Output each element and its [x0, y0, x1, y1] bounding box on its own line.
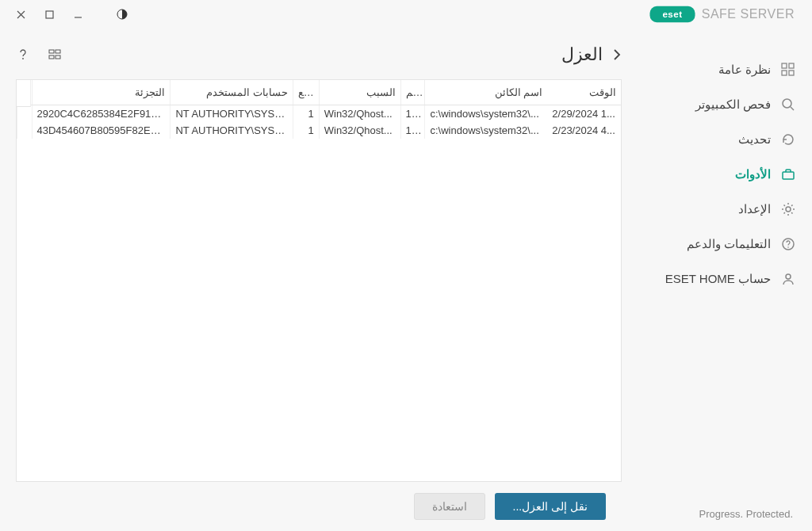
brand: eset SAFE SERVER: [649, 6, 806, 23]
cell-object: c:\windows\system32\...: [425, 122, 547, 139]
col-reason[interactable]: السبب: [319, 80, 400, 105]
svg-rect-11: [783, 172, 794, 179]
col-hash[interactable]: التجزئة: [32, 80, 170, 105]
col-count[interactable]: الع...: [293, 80, 319, 105]
product-name: SAFE SERVER: [702, 7, 795, 21]
svg-text:eset: eset: [662, 9, 682, 19]
cell-size: 1.1 ...: [400, 122, 425, 139]
cell-time: 2/29/2024 1...: [547, 105, 621, 123]
sidebar-item-update[interactable]: تحديث: [638, 122, 812, 157]
sidebar: نظرة عامة فحص الكمبيوتر تحديث: [638, 29, 812, 531]
minimize-icon[interactable]: [71, 8, 84, 21]
svg-rect-17: [56, 50, 60, 53]
sidebar-item-tools[interactable]: الأدوات: [638, 157, 812, 192]
svg-point-20: [22, 58, 24, 59]
cell-hash: 2920C4C6285384E2F91816A...: [32, 105, 170, 123]
user-icon: [780, 271, 796, 287]
close-icon[interactable]: [14, 8, 27, 21]
svg-rect-8: [789, 71, 794, 75]
contrast-icon[interactable]: [116, 8, 128, 21]
cell-reason: Win32/Qhost...: [319, 105, 400, 123]
svg-rect-19: [56, 55, 60, 59]
svg-rect-18: [49, 55, 54, 59]
svg-point-14: [787, 246, 789, 248]
briefcase-icon: [780, 166, 796, 182]
cell-count: 1: [293, 122, 319, 139]
layout-icon[interactable]: [48, 48, 62, 62]
col-time[interactable]: الوقت: [547, 80, 621, 105]
titlebar: eset SAFE SERVER: [0, 0, 812, 29]
eset-logo-icon: eset: [649, 6, 695, 23]
sidebar-item-label: فحص الكمبيوتر: [695, 97, 771, 112]
help-icon: [780, 236, 796, 252]
refresh-icon: [780, 132, 796, 147]
svg-point-12: [786, 207, 791, 212]
question-icon[interactable]: [16, 48, 30, 62]
svg-rect-6: [789, 63, 794, 68]
svg-point-9: [783, 99, 791, 108]
grid-icon: [780, 62, 796, 78]
sidebar-item-label: تحديث: [738, 132, 771, 147]
sidebar-item-label: الأدوات: [735, 167, 771, 181]
cell-user: NT AUTHORITY\SYSTEM: [170, 122, 293, 139]
table-row[interactable]: 43D454607B80595F82E8786... NT AUTHORITY\…: [17, 122, 622, 139]
svg-rect-5: [782, 63, 787, 68]
col-size[interactable]: حجم: [400, 80, 425, 105]
cell-hash: 43D454607B80595F82E8786...: [32, 122, 170, 139]
sidebar-item-label: الإعداد: [738, 202, 771, 216]
svg-rect-16: [49, 50, 54, 53]
sidebar-item-label: حساب ESET HOME: [665, 272, 771, 286]
move-to-quarantine-button[interactable]: نقل إلى العزل...: [495, 493, 606, 520]
cell-object: c:\windows\system32\...: [425, 105, 547, 123]
gear-icon: [780, 201, 796, 217]
sidebar-item-label: نظرة عامة: [718, 63, 771, 77]
search-icon: [780, 97, 796, 113]
sidebar-item-account[interactable]: حساب ESET HOME: [638, 262, 812, 296]
sidebar-item-setup[interactable]: الإعداد: [638, 192, 812, 227]
svg-rect-0: [46, 11, 53, 18]
svg-line-10: [791, 107, 794, 110]
col-object[interactable]: اسم الكائن: [425, 80, 547, 105]
sidebar-item-scan[interactable]: فحص الكمبيوتر: [638, 87, 812, 122]
sidebar-item-label: التعليمات والدعم: [687, 237, 771, 251]
cell-size: 1.1 ...: [400, 105, 425, 123]
cell-count: 1: [293, 105, 319, 123]
restore-button: استعادة: [414, 493, 485, 520]
table-row[interactable]: 2920C4C6285384E2F91816A... NT AUTHORITY\…: [17, 105, 622, 123]
svg-point-15: [786, 274, 791, 279]
col-user[interactable]: حسابات المستخدم: [170, 80, 293, 105]
quarantine-table[interactable]: التجزئة حسابات المستخدم الع... السبب حجم…: [16, 79, 622, 482]
sidebar-item-help[interactable]: التعليمات والدعم: [638, 227, 812, 262]
tagline: Progress. Protected.: [699, 508, 797, 520]
maximize-icon[interactable]: [43, 8, 56, 21]
scroll-corner: [17, 80, 31, 107]
page-title: العزل: [561, 44, 603, 65]
svg-rect-7: [782, 71, 787, 75]
table-header-row: التجزئة حسابات المستخدم الع... السبب حجم…: [17, 80, 622, 105]
sidebar-item-overview[interactable]: نظرة عامة: [638, 52, 812, 87]
cell-reason: Win32/Qhost...: [319, 122, 400, 139]
cell-time: 2/23/2024 4...: [547, 122, 621, 139]
cell-user: NT AUTHORITY\SYSTEM: [170, 105, 293, 123]
back-arrow-icon[interactable]: [612, 48, 622, 61]
